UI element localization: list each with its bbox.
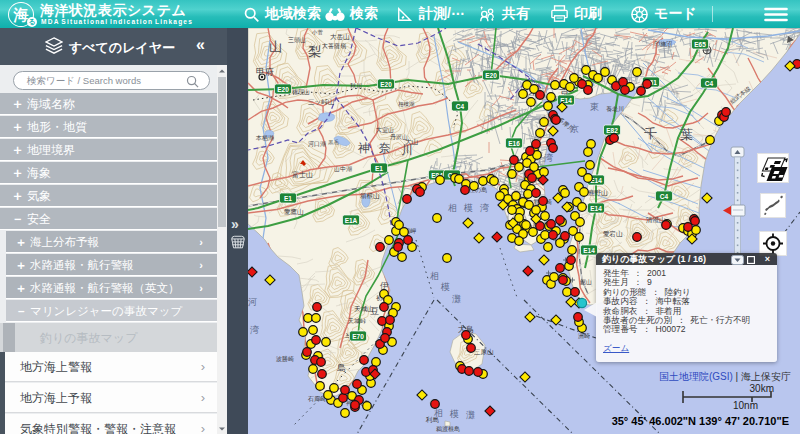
svg-text:千: 千	[644, 126, 657, 141]
svg-text:箱根山: 箱根山	[360, 192, 380, 199]
svg-text:模: 模	[449, 409, 459, 419]
svg-text:権現山: 権現山	[292, 89, 310, 96]
svg-text:島: 島	[337, 363, 346, 373]
svg-text:E20: E20	[277, 86, 289, 93]
svg-text:鹿野山: 鹿野山	[588, 189, 608, 197]
svg-text:東: 東	[590, 102, 599, 112]
svg-text:C4: C4	[660, 193, 669, 200]
svg-text:灘: 灘	[466, 410, 475, 420]
svg-text:養老川: 養老川	[606, 105, 624, 112]
svg-text:大岳山: 大岳山	[330, 33, 350, 40]
svg-text:E14: E14	[590, 205, 602, 212]
svg-text:湾: 湾	[480, 203, 489, 213]
svg-text:E16: E16	[508, 140, 520, 147]
svg-text:三頭山: 三頭山	[288, 37, 306, 43]
svg-text:本栖湖: 本栖湖	[255, 135, 274, 142]
svg-text:E20: E20	[380, 81, 392, 88]
svg-text:富士山: 富士山	[292, 170, 313, 178]
svg-text:愛鷹山: 愛鷹山	[284, 208, 304, 216]
svg-text:洲崎: 洲崎	[578, 332, 590, 339]
svg-text:印旛沼: 印旛沼	[654, 40, 672, 48]
svg-text:E70: E70	[352, 333, 364, 340]
svg-text:灘: 灘	[452, 294, 461, 304]
svg-text:山: 山	[269, 39, 282, 54]
svg-text:三ッ峠山: 三ッ峠山	[308, 98, 335, 105]
svg-text:E1A: E1A	[345, 217, 358, 224]
svg-text:丹沢山: 丹沢山	[390, 134, 408, 140]
svg-text:湾: 湾	[250, 325, 259, 335]
svg-text:小菅: 小菅	[311, 29, 324, 36]
svg-text:奈: 奈	[379, 141, 391, 155]
svg-text:三原山: 三原山	[474, 348, 494, 355]
svg-text:E14: E14	[583, 247, 595, 254]
svg-text:大菩薩嶺: 大菩薩嶺	[322, 42, 346, 50]
svg-text:模: 模	[463, 203, 473, 213]
svg-text:石廊崎: 石廊崎	[307, 395, 326, 403]
svg-text:波勝崎: 波勝崎	[276, 355, 294, 362]
svg-text:河: 河	[248, 297, 257, 307]
svg-text:川: 川	[401, 143, 413, 157]
svg-text:E1: E1	[375, 165, 383, 172]
svg-text:鋸山: 鋸山	[580, 279, 592, 286]
svg-text:秋川: 秋川	[350, 83, 362, 89]
svg-text:相: 相	[430, 271, 439, 281]
svg-text:山中湖: 山中湖	[334, 166, 352, 172]
svg-text:相模湖: 相模湖	[398, 101, 415, 107]
svg-text:愛宕山: 愛宕山	[603, 230, 623, 238]
svg-text:黒岳: 黒岳	[328, 139, 340, 145]
svg-text:葉: 葉	[680, 127, 693, 142]
svg-text:相: 相	[448, 203, 457, 213]
svg-text:梨: 梨	[308, 44, 321, 59]
svg-text:C4: C4	[456, 103, 465, 110]
svg-text:C4: C4	[705, 80, 714, 87]
svg-text:E1: E1	[284, 195, 292, 202]
svg-text:河口湖: 河口湖	[308, 141, 326, 148]
svg-text:E82: E82	[606, 127, 618, 134]
svg-text:大室山: 大室山	[376, 126, 394, 133]
svg-text:神: 神	[357, 141, 370, 155]
svg-text:利島: 利島	[425, 416, 439, 423]
svg-text:天城山: 天城山	[354, 305, 374, 312]
svg-text:湾: 湾	[544, 153, 553, 163]
svg-text:天城峠: 天城峠	[348, 318, 366, 324]
svg-text:E20: E20	[485, 72, 497, 79]
svg-text:E65: E65	[694, 41, 706, 48]
svg-text:鵜渡根島: 鵜渡根島	[436, 425, 460, 433]
svg-text:模: 模	[440, 282, 450, 292]
